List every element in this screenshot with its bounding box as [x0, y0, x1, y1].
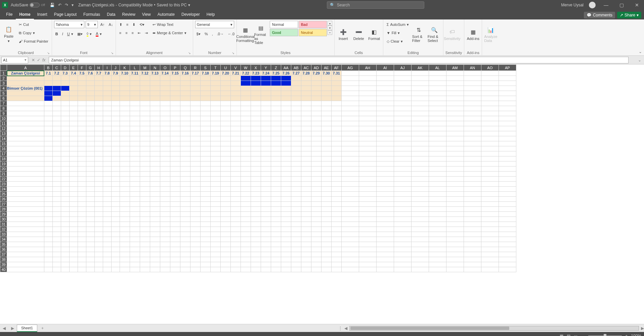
cell[interactable]	[44, 121, 52, 126]
cell[interactable]	[103, 81, 111, 86]
cell[interactable]: 7.21	[230, 71, 241, 76]
cell[interactable]	[94, 131, 103, 136]
cell[interactable]	[86, 146, 94, 151]
cell[interactable]	[52, 146, 61, 151]
cell[interactable]	[291, 121, 301, 126]
sort-filter-button[interactable]: ⇅Sort & Filter	[412, 21, 426, 48]
cell[interactable]	[160, 197, 170, 202]
cell[interactable]	[180, 172, 190, 177]
cell[interactable]	[429, 156, 446, 161]
cell[interactable]	[220, 141, 230, 146]
cell[interactable]	[180, 212, 190, 217]
cell[interactable]	[341, 136, 359, 141]
cell[interactable]	[241, 257, 251, 262]
cell[interactable]	[190, 232, 200, 237]
align-right-icon[interactable]: ≡	[130, 29, 135, 37]
cell[interactable]	[321, 91, 331, 96]
cell[interactable]	[111, 242, 120, 247]
cell[interactable]	[359, 192, 376, 197]
cell[interactable]	[69, 237, 78, 242]
cell[interactable]	[481, 96, 499, 101]
cell[interactable]	[311, 106, 321, 111]
cell[interactable]	[481, 166, 499, 172]
cell[interactable]: 7.25	[271, 71, 281, 76]
cell[interactable]	[180, 242, 190, 247]
cell[interactable]	[78, 136, 86, 141]
cell[interactable]	[210, 86, 220, 91]
tab-help[interactable]: Help	[203, 10, 218, 19]
formula-input[interactable]: Zaman Çizelgesi	[49, 57, 629, 63]
decrease-font-icon[interactable]: A↓	[108, 21, 115, 28]
number-format-select[interactable]: General▾	[195, 21, 234, 28]
cell[interactable]	[130, 202, 140, 207]
comma-icon[interactable]: ,	[211, 30, 214, 38]
cell[interactable]	[200, 247, 210, 252]
cell[interactable]	[394, 252, 411, 257]
cell[interactable]	[359, 136, 376, 141]
cell[interactable]	[61, 197, 69, 202]
cell[interactable]	[61, 237, 69, 242]
cell[interactable]	[251, 161, 261, 166]
styles-gallery[interactable]: Normal Bad Good Neutral	[270, 21, 327, 36]
cell[interactable]	[291, 252, 301, 257]
cell[interactable]	[261, 126, 271, 131]
cell[interactable]	[230, 156, 241, 161]
cell[interactable]	[499, 247, 516, 252]
cell[interactable]	[69, 182, 78, 187]
cell[interactable]	[331, 212, 341, 217]
cell[interactable]	[200, 81, 210, 86]
cell[interactable]	[103, 237, 111, 242]
cell[interactable]	[251, 86, 261, 91]
cell[interactable]	[111, 146, 120, 151]
cell[interactable]	[394, 232, 411, 237]
cell[interactable]	[210, 227, 220, 232]
cell[interactable]	[446, 247, 464, 252]
cell[interactable]	[7, 106, 44, 111]
cell[interactable]	[180, 136, 190, 141]
page-layout-view-icon[interactable]: ▤	[567, 334, 570, 336]
cell[interactable]	[464, 96, 481, 101]
cell[interactable]	[170, 106, 180, 111]
col-header[interactable]: Z	[271, 65, 281, 71]
cell[interactable]	[251, 121, 261, 126]
cell[interactable]	[111, 161, 120, 166]
cell[interactable]	[120, 126, 130, 131]
cell[interactable]	[464, 126, 481, 131]
clear-button[interactable]: ◇Clear ▾	[385, 38, 410, 45]
cell[interactable]	[180, 156, 190, 161]
cell[interactable]	[251, 207, 261, 212]
cell[interactable]	[140, 242, 150, 247]
cell[interactable]	[331, 146, 341, 151]
row-header[interactable]: 4	[0, 86, 7, 91]
cell[interactable]	[130, 76, 140, 81]
cell[interactable]	[94, 101, 103, 106]
cell[interactable]	[61, 262, 69, 267]
cell[interactable]	[341, 121, 359, 126]
cell[interactable]	[271, 172, 281, 177]
cell[interactable]	[94, 141, 103, 146]
cell[interactable]	[61, 81, 69, 86]
cell[interactable]	[78, 101, 86, 106]
cell[interactable]	[481, 91, 499, 96]
cell[interactable]	[411, 156, 429, 161]
cell[interactable]	[78, 76, 86, 81]
cell[interactable]	[103, 257, 111, 262]
cell[interactable]	[281, 257, 291, 262]
cell[interactable]	[321, 146, 331, 151]
cell[interactable]	[291, 182, 301, 187]
cell[interactable]	[170, 156, 180, 161]
cell[interactable]	[69, 212, 78, 217]
cell[interactable]	[359, 227, 376, 232]
cell[interactable]	[311, 166, 321, 172]
cell[interactable]	[130, 232, 140, 237]
cell[interactable]	[499, 146, 516, 151]
cell[interactable]	[281, 182, 291, 187]
cell[interactable]	[359, 237, 376, 242]
cell[interactable]	[261, 247, 271, 252]
cell[interactable]	[150, 131, 160, 136]
cell[interactable]	[190, 207, 200, 212]
cell[interactable]	[52, 81, 61, 86]
cell[interactable]	[359, 96, 376, 101]
cell[interactable]	[446, 232, 464, 237]
cell[interactable]	[61, 151, 69, 156]
